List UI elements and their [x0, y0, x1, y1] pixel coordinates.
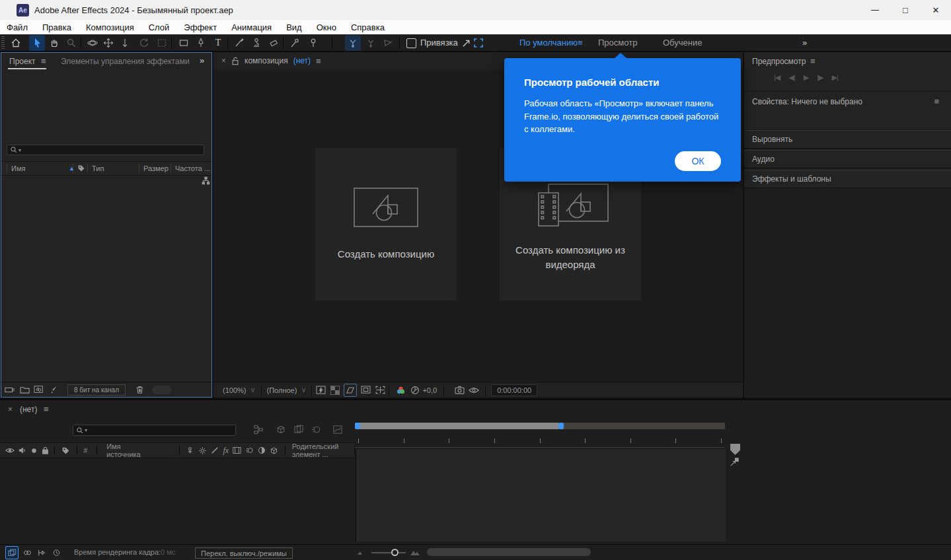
quality-icon[interactable] — [211, 446, 219, 454]
clone-stamp-tool[interactable] — [248, 35, 264, 51]
adjustment-layer-icon[interactable] — [258, 446, 266, 454]
tab-close-icon[interactable]: × — [221, 56, 226, 65]
project-search-input[interactable]: ▾ — [7, 145, 204, 155]
minimize-button[interactable]: — — [860, 0, 890, 20]
audio-speaker-icon[interactable] — [19, 446, 26, 454]
sort-ascending-icon[interactable]: ▲ — [69, 165, 75, 172]
motion-blur-icon[interactable] — [245, 446, 254, 454]
panel-effects-presets[interactable]: Эффекты и шаблоны — [744, 170, 951, 188]
workspace-learn[interactable]: Обучение — [663, 38, 702, 48]
column-source-name[interactable]: Имя источника — [106, 442, 141, 458]
rotation-tool[interactable] — [136, 35, 152, 51]
maximize-button[interactable]: □ — [890, 0, 921, 20]
region-of-interest-icon[interactable] — [374, 384, 386, 396]
panel-align[interactable]: Выровнять — [744, 130, 951, 149]
zoom-out-mountain-icon[interactable] — [357, 549, 365, 555]
close-button[interactable]: ✕ — [921, 0, 951, 20]
in-out-controls-icon[interactable] — [36, 547, 48, 559]
bit-depth-button[interactable]: 8 бит на канал — [67, 384, 126, 396]
pen-tool[interactable] — [193, 35, 209, 51]
selection-tool[interactable] — [29, 35, 45, 51]
expand-layer-controls-icon[interactable] — [5, 546, 19, 559]
new-folder-icon[interactable] — [19, 384, 30, 396]
orbit-camera-tool[interactable] — [85, 35, 100, 51]
menu-composition[interactable]: Композиция — [86, 22, 134, 32]
column-size[interactable]: Размер — [139, 164, 171, 173]
frame-blending-icon[interactable] — [293, 425, 304, 435]
eraser-tool[interactable] — [266, 35, 282, 51]
type-tool[interactable]: T — [210, 35, 226, 51]
toggle-switches-modes-button[interactable]: Перекл. выключ./режимы — [195, 547, 293, 559]
channels-icon[interactable] — [395, 384, 406, 396]
magnification-dropdown[interactable]: (100%)∨ — [217, 386, 261, 394]
workspace-overflow-icon[interactable]: » — [802, 38, 807, 48]
frame-blend-icon[interactable] — [233, 446, 241, 454]
menu-animation[interactable]: Анимация — [231, 22, 272, 32]
last-frame-button[interactable]: ▶| — [831, 73, 837, 82]
work-area-end-handle[interactable] — [558, 423, 564, 429]
workspace-bars-icon[interactable] — [471, 35, 486, 51]
shy-icon[interactable] — [186, 446, 194, 455]
timeline-horizontal-scrollbar[interactable] — [427, 548, 591, 556]
composition-panel-menu-icon[interactable]: ≡ — [316, 56, 321, 66]
lock-open-icon[interactable] — [231, 57, 239, 65]
play-button[interactable]: ▶ — [804, 73, 808, 82]
panel-audio[interactable]: Аудио — [744, 150, 951, 168]
hand-tool[interactable] — [46, 35, 62, 51]
tab-project[interactable]: Проект — [9, 57, 36, 66]
effects-fx-icon[interactable]: fx — [223, 446, 229, 456]
column-rate[interactable]: Частота ... — [171, 164, 211, 173]
preview-menu-icon[interactable]: ≡ — [810, 56, 816, 66]
column-type[interactable]: Тип — [87, 164, 139, 173]
timeline-tab-close-icon[interactable]: × — [8, 405, 13, 414]
workspace-default-menu-icon[interactable]: ≡ — [578, 38, 583, 48]
zoom-tool[interactable] — [63, 35, 79, 51]
panel-overflow-icon[interactable]: » — [200, 55, 204, 65]
lock-icon[interactable] — [42, 446, 49, 454]
popup-ok-button[interactable]: ОК — [675, 151, 721, 171]
dolly-camera-tool[interactable] — [117, 35, 133, 51]
snapshot-camera-icon[interactable] — [453, 384, 465, 396]
menu-effect[interactable]: Эффект — [184, 22, 217, 32]
menu-edit[interactable]: Правка — [42, 22, 71, 32]
roto-brush-tool[interactable] — [287, 35, 303, 51]
exposure-icon[interactable] — [409, 384, 421, 396]
timeline-search-input[interactable]: ▾ — [73, 425, 236, 436]
menu-view[interactable]: Вид — [286, 22, 302, 32]
project-panel-menu-icon[interactable]: ≡ — [41, 56, 46, 66]
work-area-bar[interactable] — [355, 423, 725, 429]
timeline-zoom-slider[interactable] — [371, 552, 406, 553]
work-area-start-handle[interactable] — [355, 423, 360, 429]
column-label-color[interactable] — [73, 164, 87, 173]
menu-window[interactable]: Окно — [317, 22, 336, 32]
brush-tool[interactable] — [231, 35, 247, 51]
preview-time-display[interactable]: 0:00:00:00 — [491, 384, 537, 396]
toolbar-grip[interactable] — [1, 36, 5, 50]
timeline-zoom-knob[interactable] — [391, 549, 399, 556]
create-composition-card[interactable]: Создать композицию — [315, 148, 457, 300]
joint-tool[interactable] — [345, 35, 361, 51]
prev-frame-button[interactable]: ◀| — [788, 73, 794, 82]
workspace-default[interactable]: По умолчанию — [519, 38, 578, 48]
3d-layer-icon[interactable] — [270, 446, 278, 455]
next-frame-button[interactable]: |▶ — [817, 73, 823, 82]
new-composition-icon[interactable] — [33, 384, 45, 396]
work-area-span[interactable] — [360, 423, 558, 429]
time-ruler[interactable] — [355, 435, 725, 448]
video-eye-icon[interactable] — [5, 447, 15, 454]
render-time-controls-icon[interactable] — [50, 547, 62, 559]
resolution-dropdown[interactable]: (Полное)∨ — [262, 386, 312, 394]
zoom-in-mountain-icon[interactable] — [410, 548, 420, 556]
menu-file[interactable]: Файл — [7, 22, 28, 32]
graph-editor-icon[interactable] — [332, 425, 343, 435]
joint-secondary-tool[interactable] — [363, 35, 379, 51]
mask-visibility-icon[interactable] — [344, 384, 357, 397]
camera-region-tool[interactable] — [154, 35, 170, 51]
column-index[interactable]: # — [83, 446, 87, 454]
tab-preview[interactable]: Предпросмотр — [752, 57, 806, 66]
rectangle-tool[interactable] — [176, 35, 192, 51]
column-name[interactable]: Имя — [7, 164, 73, 173]
home-tool[interactable] — [8, 35, 24, 51]
timeline-tab-label[interactable]: (нет) — [20, 405, 37, 414]
trash-icon[interactable] — [133, 384, 145, 396]
